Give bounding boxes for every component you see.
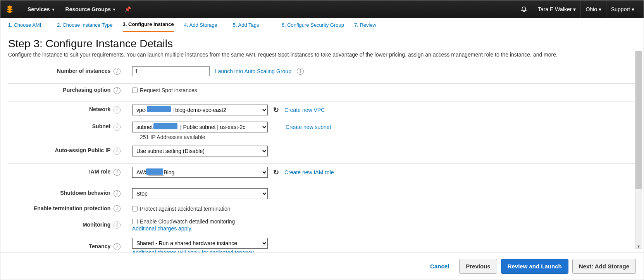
chevron-down-icon: ▾ [52,7,54,12]
spot-checkbox-row[interactable]: Request Spot instances [132,87,197,93]
scroll-down-icon[interactable]: ▼ [635,244,642,249]
pin-icon[interactable]: 📌 [124,6,131,12]
vertical-scrollbar[interactable]: ▲ ▼ [635,51,642,249]
subnet-note: 251 IP Addresses available [8,134,636,140]
subnet-label: Subnet [92,123,110,129]
nav-region-label: Ohio [585,6,597,12]
info-icon[interactable]: i [114,107,121,113]
monitoring-label: Monitoring [83,222,110,228]
termprotect-label: Enable termination protection [34,205,110,211]
scrollbar-thumb[interactable] [635,51,642,189]
num-instances-input[interactable] [132,66,210,76]
info-icon[interactable]: i [114,222,121,228]
info-icon[interactable]: i [114,205,121,212]
create-iam-link[interactable]: Create new IAM role [284,169,334,175]
monitoring-check-label: Enable CloudWatch detailed monitoring [140,218,235,225]
page-description: Configure the instance to suit your requ… [8,52,636,58]
termprotect-check-label: Protect against accidental termination [140,206,230,212]
nav-services[interactable]: Services ▾ [22,0,60,18]
step-2[interactable]: 2. Choose Instance Type [57,22,113,32]
next-button[interactable]: Next: Add Storage [572,259,636,274]
chevron-down-icon: ▾ [632,6,634,12]
iam-label: IAM role [89,168,110,175]
purchasing-label: Purchasing option [63,87,110,93]
nav-user-label: Tara E Walker [538,6,572,12]
termprotect-checkbox[interactable] [132,206,138,211]
refresh-icon[interactable]: ↻ [273,106,279,114]
page-title: Step 3: Configure Instance Details [8,38,636,50]
info-icon[interactable]: i [114,68,121,75]
info-icon[interactable]: i [114,148,121,155]
publicip-label: Auto-assign Public IP [55,147,111,153]
chevron-down-icon: ▾ [573,6,576,12]
publicip-select[interactable]: Use subnet setting (Disable) [132,146,268,156]
autoscale-link[interactable]: Launch into Auto Scaling Group [215,68,291,74]
subnet-select[interactable]: subnet-________ | Public subnet | us-eas… [132,122,268,132]
info-icon[interactable]: i [114,169,121,176]
spot-checkbox-label: Request Spot instances [140,87,197,93]
info-icon[interactable]: i [114,124,121,131]
num-instances-label: Number of instances [57,68,110,74]
shutdown-label: Shutdown behavior [60,190,110,196]
nav-support-label: Support [611,6,630,12]
step-6[interactable]: 6. Configure Security Group [282,22,344,32]
info-icon[interactable]: i [114,243,121,250]
step-4[interactable]: 4. Add Storage [184,22,223,32]
monitoring-row[interactable]: Enable CloudWatch detailed monitoring [132,218,235,225]
termprotect-row[interactable]: Protect against accidental termination [132,206,230,212]
refresh-icon[interactable]: ↻ [273,168,279,177]
chevron-down-icon: ▾ [599,6,601,12]
create-subnet-link[interactable]: Create new subnet [286,124,331,130]
network-label: Network [89,106,110,112]
nav-services-label: Services [28,6,50,12]
create-vpc-link[interactable]: Create new VPC [284,107,325,113]
info-icon[interactable]: i [114,87,121,94]
svg-marker-2 [7,5,13,9]
nav-user[interactable]: Tara E Walker ▾ [533,0,580,18]
review-launch-button[interactable]: Review and Launch [501,259,568,274]
nav-support[interactable]: Support ▾ [606,0,639,18]
info-icon[interactable]: i [297,68,304,75]
step-1[interactable]: 1. Choose AMI [8,22,47,32]
info-icon[interactable]: i [114,190,121,197]
previous-button[interactable]: Previous [459,259,497,274]
aws-logo-icon[interactable] [5,5,14,14]
wizard-steps: 1. Choose AMI 2. Choose Instance Type 3.… [0,18,644,32]
tenancy-label: Tenancy [89,243,110,249]
cancel-button[interactable]: Cancel [424,259,455,273]
tenancy-note[interactable]: Additional charges will apply for dedica… [132,249,255,253]
shutdown-select[interactable]: Stop [132,188,268,199]
tenancy-select[interactable]: Shared - Run a shared hardware instance [132,238,268,249]
step-7[interactable]: 7. Review [354,22,393,32]
bell-icon[interactable] [515,5,533,14]
monitoring-note[interactable]: Additional charges apply. [132,225,192,232]
monitoring-checkbox[interactable] [132,219,138,224]
page-body: Step 3: Configure Instance Details Confi… [0,32,644,253]
iam-select[interactable]: AWS_____Blog [132,167,268,178]
spot-checkbox[interactable] [132,88,138,93]
nav-region[interactable]: Ohio ▾ [580,0,606,18]
step-5[interactable]: 5. Add Tags [233,22,272,32]
nav-resource-groups-label: Resource Groups [65,6,111,12]
footer: Cancel Previous Review and Launch Next: … [0,253,644,280]
top-nav: Services ▾ Resource Groups ▾ 📌 Tara E Wa… [0,0,644,18]
chevron-down-icon: ▾ [113,7,115,12]
nav-resource-groups[interactable]: Resource Groups ▾ [60,0,121,18]
network-select[interactable]: vpc-________ | blog-demo-vpc-east2 [132,105,268,115]
step-3[interactable]: 3. Configure Instance [123,21,174,32]
